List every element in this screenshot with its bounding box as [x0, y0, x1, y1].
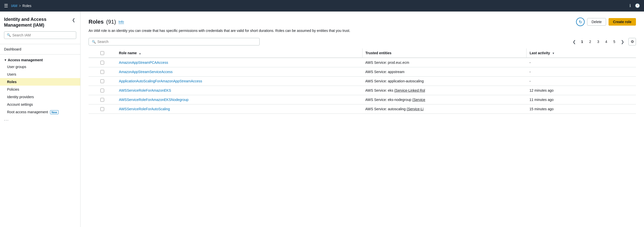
row-checkbox-0[interactable]: [100, 61, 104, 65]
table-row: AWSServiceRoleForAutoScalingAWS Service:…: [89, 104, 636, 114]
app-layout: Identity and AccessManagement (IAM) ❮ 🔍 …: [0, 12, 644, 227]
access-management-label: Access management: [8, 58, 43, 62]
row-checkbox-2[interactable]: [100, 79, 104, 83]
last-activity-cell: 12 minutes ago: [527, 86, 636, 95]
create-role-button[interactable]: Create role: [609, 18, 636, 26]
role-name-cell: AmazonAppStreamPCAAccess: [116, 58, 362, 67]
th-trusted-entities: Trusted entities: [362, 48, 527, 58]
row-checkbox-5[interactable]: [100, 107, 104, 111]
main-content: Roles (91) Info ↻ Delete Create role An …: [80, 12, 644, 227]
row-checkbox-4[interactable]: [100, 98, 104, 102]
th-role-name[interactable]: Role name ▲: [116, 48, 362, 58]
row-checkbox-cell: [89, 67, 116, 77]
page-btn-3[interactable]: 3: [595, 38, 602, 45]
header-actions: ↻ Delete Create role: [576, 18, 636, 26]
th-last-activity: Last activity ▼: [527, 48, 636, 58]
nav-right-icons: ℹ 🕐: [629, 3, 640, 8]
table-search-wrap[interactable]: 🔍: [89, 38, 260, 45]
row-checkbox-cell: [89, 86, 116, 95]
sidebar-search-icon: 🔍: [7, 33, 11, 37]
dashboard-label: Dashboard: [4, 47, 21, 51]
breadcrumb: IAM > Roles: [11, 4, 31, 8]
sidebar-dots: ···: [0, 116, 80, 125]
sidebar-item-identity-providers[interactable]: Identity providers: [0, 93, 80, 101]
next-page-btn[interactable]: ❯: [619, 38, 626, 45]
sidebar-item-dashboard[interactable]: Dashboard: [0, 45, 80, 53]
table-row: AmazonAppStreamPCAAccessAWS Service: pro…: [89, 58, 636, 67]
sidebar-search-input[interactable]: [12, 33, 73, 37]
access-management-arrow: ▼: [4, 59, 7, 62]
page-title: Roles: [89, 19, 104, 25]
sidebar-access-management-header[interactable]: ▼ Access management: [0, 55, 80, 63]
last-activity-filter-icon[interactable]: ▼: [552, 52, 555, 55]
sidebar-divider-1: [0, 44, 80, 44]
page-btn-1[interactable]: 1: [579, 38, 586, 45]
role-link[interactable]: AWSServiceRoleForAmazonEKSNodegroup: [119, 98, 189, 102]
sidebar-item-account-settings[interactable]: Account settings: [0, 101, 80, 108]
table-row: AWSServiceRoleForAmazonEKSAWS Service: e…: [89, 86, 636, 95]
row-checkbox-cell: [89, 58, 116, 67]
delete-button[interactable]: Delete: [587, 18, 606, 26]
table-search-input[interactable]: [97, 40, 256, 44]
sidebar-header: Identity and AccessManagement (IAM) ❮: [0, 12, 80, 31]
sidebar-item-root-access[interactable]: Root access management New: [0, 108, 80, 116]
row-checkbox-3[interactable]: [100, 89, 104, 92]
new-badge: New: [50, 110, 59, 114]
table-settings-btn[interactable]: ⚙: [628, 38, 636, 45]
prev-page-btn[interactable]: ❮: [571, 38, 578, 45]
trusted-entities-cell: AWS Service: eks-nodegroup (Service: [362, 95, 527, 104]
role-link[interactable]: AWSServiceRoleForAutoScaling: [119, 107, 170, 111]
role-name-cell: AWSServiceRoleForAutoScaling: [116, 104, 362, 114]
page-title-wrap: Roles (91) Info: [89, 19, 124, 25]
role-link[interactable]: ApplicationAutoScalingForAmazonAppStream…: [119, 79, 202, 83]
dashed-text: (Service-Li: [407, 107, 423, 111]
sidebar-divider-2: [0, 54, 80, 54]
iam-link[interactable]: IAM: [11, 4, 17, 8]
role-link[interactable]: AmazonAppStreamPCAAccess: [119, 61, 168, 65]
sidebar-search-box[interactable]: 🔍: [4, 31, 76, 39]
role-name-cell: AWSServiceRoleForAmazonEKS: [116, 86, 362, 95]
table-search-icon: 🔍: [92, 40, 96, 44]
table-row: AmazonAppStreamServiceAccessAWS Service:…: [89, 67, 636, 77]
role-link[interactable]: AWSServiceRoleForAmazonEKS: [119, 88, 171, 92]
page-description: An IAM role is an identity you can creat…: [89, 28, 365, 33]
table-toolbar: 🔍 ❮ 1 2 3 4 5 ❯ ⚙: [89, 38, 636, 45]
roles-count: (91): [106, 19, 116, 25]
sidebar-item-policies[interactable]: Policies: [0, 86, 80, 93]
role-link[interactable]: AmazonAppStreamServiceAccess: [119, 70, 173, 74]
sidebar-item-user-groups[interactable]: User groups: [0, 63, 80, 71]
page-btn-4[interactable]: 4: [603, 38, 610, 45]
last-activity-cell: 15 minutes ago: [527, 104, 636, 114]
select-all-checkbox[interactable]: [100, 51, 104, 55]
role-name-cell: ApplicationAutoScalingForAmazonAppStream…: [116, 77, 362, 86]
sidebar-title: Identity and AccessManagement (IAM): [4, 17, 46, 28]
page-btn-5[interactable]: 5: [611, 38, 618, 45]
refresh-button[interactable]: ↻: [576, 18, 585, 26]
clock-icon-btn[interactable]: 🕐: [635, 3, 640, 8]
page-btn-2[interactable]: 2: [587, 38, 594, 45]
sidebar-item-roles[interactable]: Roles: [0, 78, 80, 86]
dashed-text: (Service: [412, 98, 425, 102]
row-checkbox-cell: [89, 104, 116, 114]
trusted-entities-cell: AWS Service: application-autoscaling: [362, 77, 527, 86]
table-row: AWSServiceRoleForAmazonEKSNodegroupAWS S…: [89, 95, 636, 104]
breadcrumb-sep: >: [19, 4, 21, 8]
trusted-entities-cell: AWS Service: prod.euc.ecm: [362, 58, 527, 67]
row-checkbox-1[interactable]: [100, 70, 104, 74]
row-checkbox-cell: [89, 95, 116, 104]
row-checkbox-cell: [89, 77, 116, 86]
info-icon-btn[interactable]: ℹ: [629, 3, 631, 8]
dashed-text: (Service-Linked Rol: [394, 88, 425, 92]
sidebar-item-users[interactable]: Users: [0, 71, 80, 78]
hamburger-icon[interactable]: ☰: [4, 3, 8, 9]
last-activity-cell: -: [527, 67, 636, 77]
last-activity-cell: 11 minutes ago: [527, 95, 636, 104]
role-name-cell: AmazonAppStreamServiceAccess: [116, 67, 362, 77]
info-link[interactable]: Info: [118, 20, 124, 24]
sidebar-collapse-btn[interactable]: ❮: [71, 17, 76, 23]
trusted-entities-cell: AWS Service: eks (Service-Linked Rol: [362, 86, 527, 95]
last-activity-cell: -: [527, 77, 636, 86]
last-activity-cell: -: [527, 58, 636, 67]
sidebar: Identity and AccessManagement (IAM) ❮ 🔍 …: [0, 12, 80, 227]
role-name-cell: AWSServiceRoleForAmazonEKSNodegroup: [116, 95, 362, 104]
